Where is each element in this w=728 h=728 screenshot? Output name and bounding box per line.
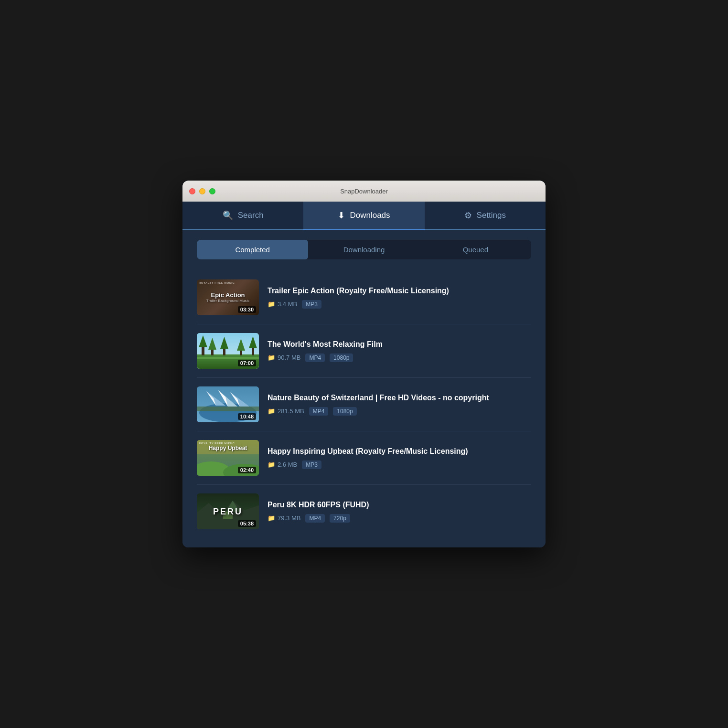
download-item: ROYALTY FREE MUSIC Happy Upbeat 02:40 Ha… xyxy=(197,431,531,485)
folder-icon-size: 📁 79.3 MB xyxy=(268,514,300,522)
format-badge: MP4 xyxy=(309,407,329,416)
item-title: Nature Beauty of Switzerland | Free HD V… xyxy=(268,393,531,403)
item-title: Peru 8K HDR 60FPS (FUHD) xyxy=(268,500,531,510)
resolution-badge: 1080p xyxy=(330,353,353,362)
download-item: ROYALTY FREE MUSIC Epic Action Trailer B… xyxy=(197,271,531,324)
item-meta: 📁 2.6 MB MP3 xyxy=(268,460,531,469)
titlebar: SnapDownloader xyxy=(182,181,546,202)
downloads-list: ROYALTY FREE MUSIC Epic Action Trailer B… xyxy=(197,271,531,538)
item-meta: 📁 3.4 MB MP3 xyxy=(268,300,531,309)
item-title: The World's Most Relaxing Film xyxy=(268,340,531,350)
format-badge: MP4 xyxy=(305,514,325,523)
thumbnail: 07:00 xyxy=(197,333,259,369)
thumbnail: ROYALTY FREE MUSIC Happy Upbeat 02:40 xyxy=(197,440,259,476)
thumb-overlay-text: PERU xyxy=(213,506,243,516)
app-window: SnapDownloader 🔍 Search ⬇ Downloads ⚙ Se… xyxy=(182,181,546,547)
duration-badge: 03:30 xyxy=(238,306,256,313)
item-info: Nature Beauty of Switzerland | Free HD V… xyxy=(268,393,531,416)
thumbnail: 10:48 xyxy=(197,386,259,422)
resolution-badge: 720p xyxy=(330,514,350,523)
search-icon: 🔍 xyxy=(223,210,233,221)
window-title: SnapDownloader xyxy=(340,188,388,195)
maximize-button[interactable] xyxy=(209,188,215,194)
tab-completed[interactable]: Completed xyxy=(197,240,308,259)
gear-icon: ⚙ xyxy=(464,210,472,221)
nav-downloads[interactable]: ⬇ Downloads xyxy=(303,202,424,230)
minimize-button[interactable] xyxy=(199,188,205,194)
download-item: PERU 05:38 Peru 8K HDR 60FPS (FUHD) 📁 79… xyxy=(197,485,531,538)
item-info: Trailer Epic Action (Royalty Free/Music … xyxy=(268,286,531,309)
content-area: Completed Downloading Queued ROYALTY FRE… xyxy=(182,230,546,547)
nav-bar: 🔍 Search ⬇ Downloads ⚙ Settings xyxy=(182,202,546,230)
folder-icon-size: 📁 281.5 MB xyxy=(268,407,304,415)
item-meta: 📁 90.7 MB MP4 1080p xyxy=(268,353,531,362)
svg-rect-12 xyxy=(197,357,259,359)
thumb-overlay-text: Happy Upbeat xyxy=(197,445,259,451)
folder-icon-size: 📁 90.7 MB xyxy=(268,354,300,361)
duration-badge: 10:48 xyxy=(238,413,256,420)
nav-search[interactable]: 🔍 Search xyxy=(182,202,303,229)
item-info: The World's Most Relaxing Film 📁 90.7 MB… xyxy=(268,340,531,362)
item-title: Happy Inspiring Upbeat (Royalty Free/Mus… xyxy=(268,447,531,457)
nav-settings[interactable]: ⚙ Settings xyxy=(425,202,546,229)
nav-settings-label: Settings xyxy=(477,211,506,220)
item-info: Happy Inspiring Upbeat (Royalty Free/Mus… xyxy=(268,447,531,469)
duration-badge: 07:00 xyxy=(238,360,256,366)
thumbnail: ROYALTY FREE MUSIC Epic Action Trailer B… xyxy=(197,279,259,315)
download-item: 07:00 The World's Most Relaxing Film 📁 9… xyxy=(197,324,531,378)
resolution-badge: 1080p xyxy=(333,407,356,416)
close-button[interactable] xyxy=(189,188,195,194)
item-meta: 📁 281.5 MB MP4 1080p xyxy=(268,407,531,416)
tab-queued[interactable]: Queued xyxy=(420,240,531,259)
duration-badge: 02:40 xyxy=(238,467,256,473)
item-title: Trailer Epic Action (Royalty Free/Music … xyxy=(268,286,531,296)
sub-tabs: Completed Downloading Queued xyxy=(197,240,531,259)
format-badge: MP3 xyxy=(302,460,321,469)
royalty-label: ROYALTY FREE MUSIC xyxy=(199,281,235,284)
folder-icon-size: 📁 3.4 MB xyxy=(268,300,297,308)
format-badge: MP3 xyxy=(302,300,321,309)
thumb-text: Epic Action Trailer Background Music xyxy=(200,291,256,303)
format-badge: MP4 xyxy=(305,353,325,362)
download-item: 10:48 Nature Beauty of Switzerland | Fre… xyxy=(197,378,531,431)
svg-rect-21 xyxy=(197,407,259,411)
nav-downloads-label: Downloads xyxy=(350,211,390,220)
duration-badge: 05:38 xyxy=(238,520,256,527)
nav-search-label: Search xyxy=(238,211,264,220)
traffic-lights xyxy=(189,188,215,194)
download-icon: ⬇ xyxy=(338,210,345,221)
folder-icon-size: 📁 2.6 MB xyxy=(268,461,297,468)
item-meta: 📁 79.3 MB MP4 720p xyxy=(268,514,531,523)
item-info: Peru 8K HDR 60FPS (FUHD) 📁 79.3 MB MP4 7… xyxy=(268,500,531,523)
thumbnail: PERU 05:38 xyxy=(197,493,259,529)
tab-downloading[interactable]: Downloading xyxy=(308,240,419,259)
